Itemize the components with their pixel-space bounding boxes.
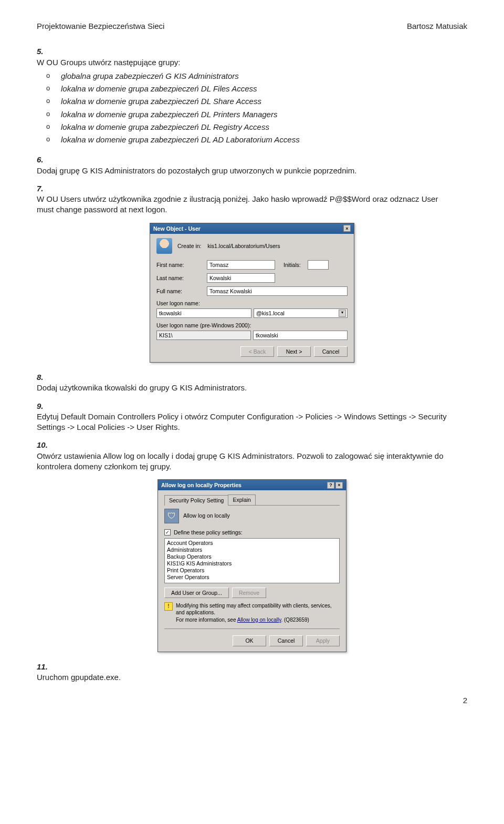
list-item[interactable]: Administrators	[167, 547, 337, 553]
warning-text-2b: . (Q823659)	[281, 617, 309, 623]
full-name-label: Full name:	[156, 287, 205, 295]
list-item[interactable]: Server Operators	[167, 574, 337, 581]
dialog-titlebar: New Object - User ×	[150, 223, 354, 234]
dialog-title: New Object - User	[153, 225, 201, 232]
warning-text-2a: For more information, see	[176, 617, 237, 623]
logon-name-label: User logon name:	[156, 300, 348, 307]
step-number: 5.	[37, 46, 49, 57]
pre2000-user-field[interactable]	[253, 331, 348, 340]
first-name-label: First name:	[156, 261, 205, 269]
step-5-text: W OU Groups utwórz następujące grupy:	[37, 58, 180, 67]
bullet-marker: o	[46, 135, 54, 145]
cancel-button[interactable]: Cancel	[269, 635, 303, 646]
list-item[interactable]: Account Operators	[167, 540, 337, 547]
add-user-button[interactable]: Add User or Group...	[164, 588, 229, 598]
bullet-text: lokalna w domenie grupa zabezpieczeń DL …	[61, 84, 257, 94]
step-8: 8. Dodaj użytkownika tkowalski do grupy …	[37, 372, 467, 394]
step-7: 7. W OU Users utwórz użytkownika zgodnie…	[37, 183, 467, 215]
list-item[interactable]: Backup Operators	[167, 553, 337, 560]
tabs: Security Policy Setting Explain	[164, 495, 340, 505]
step-8-text: Dodaj użytkownika tkowalski do grupy G K…	[37, 383, 453, 393]
last-name-field[interactable]	[207, 273, 275, 283]
bullet-marker: o	[46, 96, 54, 107]
bullet-marker: o	[46, 71, 54, 81]
upn-suffix-select[interactable]: @kis1.local ▾	[254, 308, 348, 318]
back-button[interactable]: < Back	[240, 346, 274, 357]
step-number: 11.	[37, 662, 49, 672]
create-in-label: Create in:	[177, 243, 202, 249]
full-name-field[interactable]	[207, 286, 348, 296]
upn-suffix-value: @kis1.local	[256, 310, 285, 317]
initials-field[interactable]	[308, 260, 329, 270]
instruction-list-end: 11. Uruchom gpupdate.exe.	[37, 662, 467, 683]
compatibility-warning: ! Modifying this setting may affect comp…	[164, 602, 340, 624]
chevron-down-icon: ▾	[339, 310, 346, 317]
header-left: Projektowanie Bezpieczeństwa Sieci	[37, 21, 164, 32]
step-11: 11. Uruchom gpupdate.exe.	[37, 662, 467, 683]
tab-explain[interactable]: Explain	[228, 495, 255, 504]
create-in-path: kis1.local/Laboratorium/Users	[207, 243, 280, 249]
warning-icon: !	[164, 602, 173, 611]
step-9-text: Edytuj Default Domain Controllers Policy…	[37, 411, 453, 433]
bullet-marker: o	[46, 109, 54, 120]
cancel-button[interactable]: Cancel	[314, 346, 348, 357]
step-6: 6. Dodaj grupę G KIS Administrators do p…	[37, 154, 467, 176]
apply-button[interactable]: Apply	[306, 635, 340, 646]
instruction-list: 5. W OU Groups utwórz następujące grupy:…	[37, 46, 467, 215]
list-item[interactable]: Print Operators	[167, 567, 337, 574]
policy-icon: 🛡	[164, 509, 179, 523]
step-5-bullets: oglobalna grupa zabezpieczeń G KIS Admin…	[46, 71, 453, 146]
bullet-marker: o	[46, 84, 54, 94]
help-icon[interactable]: ?	[327, 482, 334, 489]
dialog-title: Allow log on locally Properties	[161, 481, 242, 489]
ok-button[interactable]: OK	[233, 635, 266, 646]
user-icon	[156, 238, 172, 254]
tab-security-policy-setting[interactable]: Security Policy Setting	[164, 495, 228, 505]
next-button[interactable]: Next >	[277, 346, 311, 357]
define-policy-checkbox[interactable]: ✓	[164, 529, 171, 535]
new-user-dialog: New Object - User × Create in: kis1.loca…	[150, 223, 354, 363]
bullet-marker: o	[46, 122, 54, 132]
policy-name: Allow log on locally	[183, 512, 230, 519]
pre2000-domain-field	[156, 331, 251, 340]
warning-link[interactable]: Allow log on locally	[237, 617, 281, 623]
instruction-list-cont: 8. Dodaj użytkownika tkowalski do grupy …	[37, 372, 467, 472]
principals-listbox[interactable]: Account Operators Administrators Backup …	[164, 538, 340, 583]
step-7-text: W OU Users utwórz użytkownika zgodnie z …	[37, 194, 453, 215]
step-6-text: Dodaj grupę G KIS Administrators do pozo…	[37, 166, 453, 176]
page-header: Projektowanie Bezpieczeństwa Sieci Barto…	[37, 21, 467, 32]
list-item[interactable]: KIS1\G KIS Administrators	[167, 560, 337, 567]
first-name-field[interactable]	[207, 260, 275, 270]
policy-properties-dialog: Allow log on locally Properties ? × Secu…	[158, 479, 346, 652]
pre2000-label: User logon name (pre-Windows 2000):	[156, 322, 348, 329]
define-policy-label: Define these policy settings:	[174, 529, 243, 536]
step-number: 6.	[37, 154, 49, 165]
initials-label: Initials:	[284, 261, 306, 269]
dialog-titlebar: Allow log on locally Properties ? ×	[158, 480, 346, 490]
bullet-text: globalna grupa zabezpieczeń G KIS Admini…	[61, 71, 239, 81]
step-11-text: Uruchom gpupdate.exe.	[37, 672, 453, 683]
bullet-text: lokalna w domenie grupa zabezpieczeń DL …	[61, 109, 277, 120]
step-number: 9.	[37, 401, 49, 411]
bullet-text: lokalna w domenie grupa zabezpieczeń DL …	[61, 96, 261, 107]
logon-name-field[interactable]	[156, 308, 251, 318]
step-10: 10. Otwórz ustawienia Allow log on local…	[37, 440, 467, 472]
step-number: 8.	[37, 372, 49, 383]
remove-button[interactable]: Remove	[232, 588, 266, 598]
step-9: 9. Edytuj Default Domain Controllers Pol…	[37, 401, 467, 433]
step-number: 10.	[37, 440, 49, 450]
step-5: 5. W OU Groups utwórz następujące grupy:…	[37, 46, 467, 147]
step-10-text: Otwórz ustawienia Allow log on locally i…	[37, 451, 453, 472]
bullet-text: lokalna w domenie grupa zabezpieczeń DL …	[61, 122, 269, 132]
warning-text-1: Modifying this setting may affect compat…	[176, 603, 332, 616]
bullet-text: lokalna w domenie grupa zabezpieczeń DL …	[61, 135, 300, 145]
page-number: 2	[37, 695, 467, 706]
header-right: Bartosz Matusiak	[407, 21, 467, 32]
last-name-label: Last name:	[156, 274, 205, 282]
step-number: 7.	[37, 183, 49, 194]
close-icon[interactable]: ×	[343, 225, 351, 232]
close-icon[interactable]: ×	[335, 482, 343, 489]
